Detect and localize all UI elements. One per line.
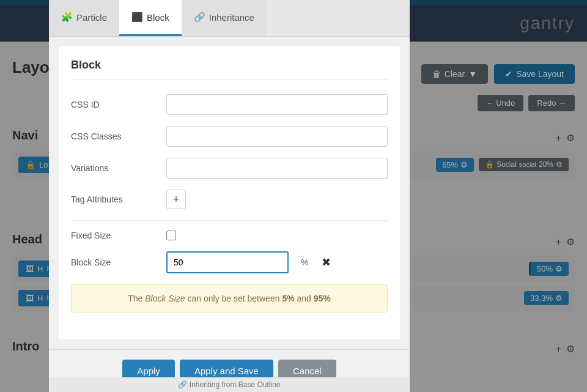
tab-particle[interactable]: 🧩 Particle (49, 0, 119, 36)
inheriting-bar: 🔗 Inheriting from Base Outline (49, 377, 410, 392)
link-icon: 🔗 (178, 380, 187, 389)
css-classes-row: CSS Classes (71, 126, 388, 147)
tag-attributes-row: Tag Attributes + (71, 190, 388, 209)
pct-min: 5% (282, 294, 294, 303)
pct-label: % (301, 257, 308, 267)
reset-icon[interactable]: ✖ (322, 256, 331, 269)
tag-attributes-label: Tag Attributes (71, 194, 157, 204)
block-size-label: Block Size (71, 257, 157, 267)
cube-icon: ⬛ (131, 12, 143, 23)
variations-label: Variations (71, 163, 157, 173)
fixed-size-label: Fixed Size (71, 231, 157, 240)
variations-input[interactable] (166, 158, 388, 179)
pct-max: 95% (314, 294, 331, 303)
form-divider (71, 220, 388, 221)
tab-inheritance[interactable]: 🔗 Inheritance (182, 0, 267, 36)
css-classes-input[interactable] (166, 126, 388, 147)
block-size-row: Block Size % ✖ (71, 251, 388, 273)
variations-row: Variations (71, 158, 388, 179)
modal-tabs: 🧩 Particle ⬛ Block 🔗 Inheritance (49, 0, 410, 37)
modal-dialog: 🧩 Particle ⬛ Block 🔗 Inheritance Block C… (49, 0, 410, 392)
fixed-size-row: Fixed Size (71, 231, 388, 240)
warning-box: The Block Size can only be set between 5… (71, 284, 388, 312)
modal-section-title: Block (71, 59, 388, 80)
css-classes-label: CSS Classes (71, 131, 157, 141)
tab-block[interactable]: ⬛ Block (119, 0, 182, 36)
css-id-label: CSS ID (71, 100, 157, 109)
puzzle-icon: 🧩 (61, 12, 73, 23)
block-size-input[interactable] (166, 251, 289, 273)
block-size-italic: Block Size (145, 294, 185, 303)
link-icon: 🔗 (194, 12, 205, 23)
plus-icon: + (173, 193, 180, 206)
css-id-row: CSS ID (71, 94, 388, 115)
add-tag-attribute-button[interactable]: + (166, 190, 186, 209)
css-id-input[interactable] (166, 94, 388, 115)
fixed-size-checkbox[interactable] (166, 231, 176, 240)
modal-body: Block CSS ID CSS Classes Variations Tag … (59, 46, 400, 339)
